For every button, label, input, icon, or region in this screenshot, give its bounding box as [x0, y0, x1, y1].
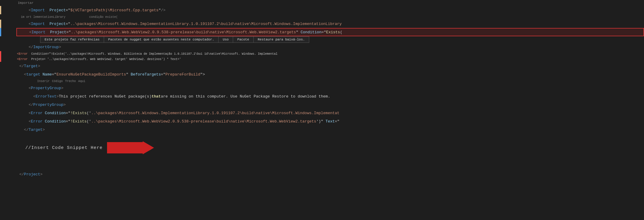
- sp2: [45, 22, 50, 26]
- line-insert-snippet: //Insert Code Snippet Here: [16, 142, 644, 153]
- pgc-kw: PropertyGroup: [33, 103, 63, 107]
- gutter-blank3: [0, 162, 16, 170]
- quote-close: ": [158, 8, 161, 12]
- condition-attr: Condition: [301, 30, 321, 34]
- gutter-2: [0, 20, 16, 28]
- gutter-4: [0, 43, 16, 51]
- line-vcTargets: <Import Project =" $(VCTargetsPath)\Micr…: [16, 6, 644, 14]
- line-errortext: < ErrorText > This project references Nu…: [16, 92, 644, 100]
- code-editor: Importar <Import Project =" $(VCTargetsP…: [0, 0, 644, 220]
- e2-path: ..\packages\Microsoft.Web.WebView2.0.9.5…: [91, 119, 316, 124]
- et-kw: ErrorText: [36, 94, 56, 99]
- tooltip-item-refs[interactable]: Este projeto faz referências: [40, 37, 104, 43]
- proj-gt: >: [40, 172, 43, 177]
- tc2-kw: Target: [29, 128, 43, 132]
- gutter-3: [0, 28, 16, 36]
- blank-line-3: [16, 162, 644, 170]
- e1-sp: [43, 111, 45, 115]
- line-project-close: </ Project >: [16, 170, 644, 178]
- snippet-text: //Insert Code Snippet Here: [19, 145, 103, 150]
- indent-2: [19, 22, 29, 26]
- t-eq: =": [52, 72, 56, 77]
- e2-cond-attr: Condition: [45, 119, 66, 124]
- gutter-8: [0, 92, 16, 100]
- exists-fn: Exists: [326, 30, 340, 34]
- error-small-line1: <Error Condition="!Existe('..\packages\M…: [16, 51, 644, 56]
- gutter-12: [0, 125, 16, 134]
- gutter-blank1: [0, 134, 16, 142]
- close-bracket: </: [29, 45, 33, 49]
- paren: (: [340, 30, 343, 34]
- condicao-label: condição existe(: [89, 15, 118, 19]
- gutter-7: [0, 84, 16, 92]
- e2-indent: [19, 119, 29, 124]
- line-error-impl: < Error Condition =" !Exists (' ..\packa…: [16, 109, 644, 117]
- inline-tooltip[interactable]: Este projeto faz referências Pacotes de …: [40, 36, 309, 43]
- arrow-head: [143, 141, 154, 154]
- gutter-6: [0, 70, 16, 78]
- self-close: />: [161, 8, 166, 12]
- pgc-indent: [19, 103, 29, 107]
- line-webview2: < Import Project =" ..\packages\Microsof…: [16, 28, 644, 36]
- import3: Import: [32, 30, 45, 34]
- line-import-group-close: </ ImportGroup >: [16, 43, 644, 51]
- line-target-close1: </ Target >: [16, 62, 644, 70]
- trecho-label: Trecho: [65, 80, 76, 83]
- t-name-attr: Name: [43, 72, 52, 77]
- code-content[interactable]: Importar <Import Project =" $(VCTargetsP…: [16, 0, 644, 220]
- gutter-snippet: [0, 142, 16, 153]
- code-lines-container: Importar <Import Project =" $(VCTargetsP…: [16, 0, 644, 178]
- tc2-lt: </: [24, 128, 29, 132]
- equals: =": [66, 8, 70, 12]
- gutter-11: [0, 117, 16, 125]
- t-before-attr: BeforeTargets: [131, 72, 161, 77]
- project-attr: Project: [49, 8, 66, 12]
- e1-cond-attr: Condition: [45, 111, 66, 115]
- e2-exists: !Exists: [70, 119, 87, 124]
- t-before-val: PrepareForBuild: [166, 72, 200, 77]
- e1-lt: <: [29, 111, 31, 115]
- pgc-gt: >: [63, 103, 66, 107]
- cond-eq: =": [321, 30, 326, 34]
- blank-line-2: [16, 153, 644, 162]
- gutter-blank2: [0, 153, 16, 162]
- pg-lt: <: [29, 86, 31, 90]
- et-text: This project references NuGet package(s): [59, 94, 152, 99]
- pg-gt: >: [61, 86, 63, 90]
- e1-indent: [19, 111, 29, 115]
- gutter-inserir: [0, 78, 16, 84]
- proj-lt: </: [19, 172, 24, 177]
- gutter-importar: [0, 0, 16, 6]
- gutter-err-label2: [0, 56, 16, 62]
- blank-line-1: [16, 134, 644, 142]
- line-number-gutter: [0, 0, 16, 220]
- e2-sp: [43, 119, 45, 124]
- tooltip-item-uso[interactable]: Uso: [219, 37, 233, 43]
- quot3-close: ": [296, 30, 301, 34]
- tooltip-item-restaure[interactable]: Restaure para baixá-los.: [254, 37, 309, 43]
- tooltip-item-missing[interactable]: Pacotes de nugget que estão ausentes nes…: [104, 37, 219, 43]
- t-name-val: EnsureNuGetPackageBuildImports: [56, 72, 126, 77]
- pg-kw: PropertyGroup: [31, 86, 61, 90]
- gutter-1: [0, 6, 16, 14]
- line-impl-library: < Import Project =" ..\packages\Microsof…: [16, 20, 644, 28]
- tc2-gt: >: [43, 128, 45, 132]
- arrow-body: [107, 142, 143, 153]
- inserir-label-line: Inserir Código Trecho Aqui: [16, 78, 644, 84]
- inserir-label: Inserir: [19, 80, 50, 83]
- import-bracket: <: [29, 8, 31, 12]
- lib-label: 1m ort lementationLibrary: [19, 15, 65, 19]
- gutter-5: [0, 62, 16, 70]
- tooltip-item-pacote[interactable]: Pacote: [233, 37, 254, 43]
- err-tag1: <Error: [17, 52, 31, 56]
- t-sp: [40, 72, 43, 77]
- gt-close: >: [38, 64, 40, 68]
- e2-kw: Error: [31, 119, 43, 124]
- bracket3: <: [29, 30, 32, 34]
- e2-text-eq: =": [335, 119, 340, 124]
- gutter-tooltip: [0, 36, 16, 43]
- e1-exists: !Exists: [70, 111, 87, 115]
- proj-attr2: Project: [49, 22, 66, 26]
- eq2: =": [66, 22, 70, 26]
- t-quot: ": [126, 72, 131, 77]
